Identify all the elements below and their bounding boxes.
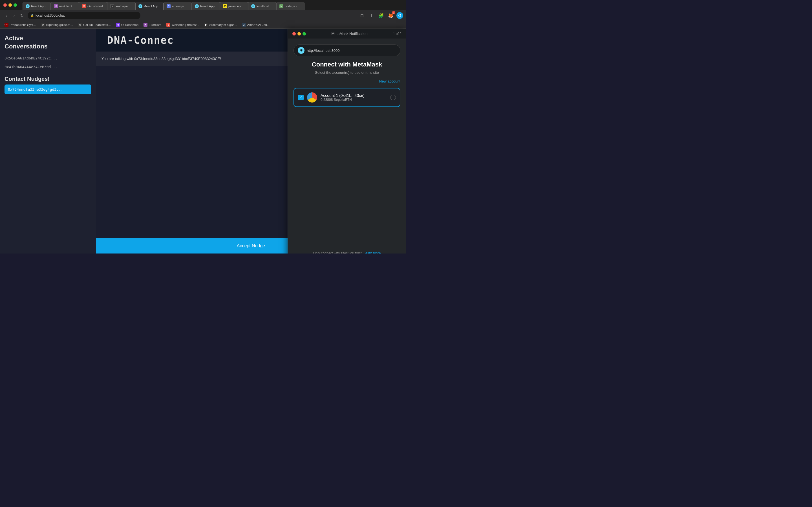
account-name: Account 1 (0x41b...43ce) bbox=[320, 93, 387, 98]
xmtp-icon: x bbox=[110, 4, 114, 8]
bookmark-label: GitHub - danistefa... bbox=[83, 23, 111, 26]
bookmark-exploring[interactable]: ⚙ exploring/guide.m... bbox=[39, 22, 75, 27]
js-icon: JS bbox=[223, 4, 227, 8]
nav-buttons: ‹ › ↻ bbox=[3, 12, 26, 19]
trust-notice-text: Only connect with sites you trust. bbox=[313, 251, 362, 253]
react-icon: ⚛ bbox=[26, 4, 30, 8]
ethers-icon: E bbox=[167, 4, 170, 8]
mm-maximize-button[interactable] bbox=[303, 32, 306, 36]
lock-icon: 🔒 bbox=[31, 14, 34, 17]
tab-ethers[interactable]: E ethers.js bbox=[163, 2, 192, 10]
tab-node[interactable]: N node.js - bbox=[276, 2, 305, 10]
tab-label: Get started bbox=[87, 4, 103, 8]
address-bar-row: ‹ › ↻ 🔒 localhost:3000/chat ⊡ ⬆ 🧩 🦊 7 G bbox=[0, 10, 406, 21]
close-button[interactable] bbox=[3, 3, 7, 7]
mm-close-button[interactable] bbox=[292, 32, 296, 36]
browser-chrome: ⚛ React App U useClient G Get started x … bbox=[0, 0, 406, 29]
avatar-graphic bbox=[307, 93, 317, 103]
tab-label: javascript bbox=[229, 4, 241, 8]
tab-label: ethers.js bbox=[172, 4, 184, 8]
tab-react-app-1[interactable]: ⚛ React App bbox=[22, 2, 51, 10]
tab-label: localhost bbox=[257, 4, 269, 8]
tab-label: node.js - bbox=[285, 4, 297, 8]
back-button[interactable]: ‹ bbox=[3, 12, 10, 19]
metamask-title-text: MetaMask Notification bbox=[332, 32, 368, 36]
account-info-button[interactable]: i bbox=[390, 95, 396, 100]
react-icon: ⚛ bbox=[195, 4, 199, 8]
metamask-subheading: Select the account(s) to use on this sit… bbox=[294, 70, 400, 75]
metamask-notification: MetaMask Notification 1 of 2 ⚛ http://lo… bbox=[288, 29, 406, 253]
share-icon[interactable]: ⬆ bbox=[368, 11, 375, 19]
mm-minimize-button[interactable] bbox=[297, 32, 301, 36]
bookmark-aman[interactable]: A Aman's AI Jou... bbox=[240, 22, 272, 27]
learn-more-link[interactable]: Learn more bbox=[363, 251, 380, 253]
tab-label: React App bbox=[31, 4, 45, 8]
nudge-item-1[interactable]: 0x734nndfu33ne33eg4gd3... bbox=[4, 84, 91, 94]
tab-label: xmtp-quic bbox=[116, 4, 129, 8]
spacer bbox=[294, 112, 400, 241]
tab-label: useClient bbox=[59, 4, 72, 8]
account-avatar bbox=[307, 93, 317, 103]
bookmark-probabilistic[interactable]: MIT Probabilistic Syst... bbox=[2, 22, 38, 27]
tab-react-app-2[interactable]: ⚛ React App bbox=[192, 2, 220, 10]
tab-localhost[interactable]: ⚛ localhost bbox=[248, 2, 276, 10]
extensions-icon[interactable]: 🧩 bbox=[377, 11, 385, 19]
github-icon2: ⚙ bbox=[78, 23, 82, 27]
aman-icon: A bbox=[242, 23, 246, 27]
talking-with-text: You are talking with 0x734nndfu33ne33eg4… bbox=[101, 57, 221, 61]
maximize-button[interactable] bbox=[13, 3, 17, 7]
account-checkbox[interactable]: ✓ bbox=[298, 95, 304, 100]
use-icon: U bbox=[54, 4, 58, 8]
bookmark-label: Aman's AI Jou... bbox=[247, 23, 269, 26]
metamask-title-bar: MetaMask Notification 1 of 2 bbox=[288, 29, 406, 39]
metamask-heading: Connect with MetaMask bbox=[294, 61, 400, 68]
metamask-content: ⚛ http://localhost:3000 Connect with Met… bbox=[288, 39, 406, 253]
address-text: localhost:3000/chat bbox=[36, 13, 64, 17]
contact-nudges-section: Contact Nudges! 0x734nndfu33ne33eg4gd3..… bbox=[4, 76, 91, 94]
bookmark-cp[interactable]: M cp Roadmap bbox=[114, 22, 141, 27]
account-balance: 0.28808 SepoliaETH bbox=[320, 98, 387, 102]
bookmark-summary[interactable]: ▶ Summary of algori... bbox=[202, 22, 239, 27]
account-card[interactable]: ✓ Account 1 (0x41b...43ce) 0.28808 Sepol… bbox=[294, 88, 400, 107]
metamask-site-url: http://localhost:3000 bbox=[307, 48, 340, 53]
tab-get-started[interactable]: G Get started bbox=[79, 2, 107, 10]
tab-row: ⚛ React App U useClient G Get started x … bbox=[0, 2, 305, 10]
profile-icon[interactable]: G bbox=[396, 12, 403, 19]
mit-icon: MIT bbox=[4, 23, 8, 27]
tab-useclient[interactable]: U useClient bbox=[51, 2, 79, 10]
cast-icon[interactable]: ⊡ bbox=[358, 11, 366, 19]
refresh-button[interactable]: ↻ bbox=[18, 12, 26, 19]
tab-label: React App bbox=[200, 4, 214, 8]
bookmark-exercism[interactable]: ✦ Exercism bbox=[141, 22, 163, 27]
bookmark-github[interactable]: ⚙ GitHub - danistefa... bbox=[76, 22, 113, 27]
conversation-item-2[interactable]: 0x41b0A64AA4e3ACeB30d... bbox=[4, 64, 91, 70]
conversation-item-1[interactable]: 0x50e6A61Ad6DB24C192C... bbox=[4, 55, 91, 61]
minimize-button[interactable] bbox=[8, 3, 12, 7]
forward-button[interactable]: › bbox=[11, 12, 17, 19]
get-icon: G bbox=[82, 4, 86, 8]
bookmark-label: Probabilistic Syst... bbox=[10, 23, 36, 26]
summary-icon: ▶ bbox=[204, 23, 208, 27]
tab-react-app-active[interactable]: ⚛ React App bbox=[135, 2, 163, 10]
bookmark-brainstorm[interactable]: B Welcome | Brainst... bbox=[164, 22, 201, 27]
new-account-link[interactable]: New account bbox=[294, 79, 400, 83]
brainstorm-icon: B bbox=[166, 23, 170, 27]
cp-icon: M bbox=[116, 23, 120, 27]
tab-xmtp[interactable]: x xmtp-quic bbox=[107, 2, 135, 10]
github-icon: ⚙ bbox=[41, 23, 45, 27]
tab-javascript[interactable]: JS javascript bbox=[220, 2, 248, 10]
bookmark-label: cp Roadmap bbox=[121, 23, 139, 26]
toolbar-right: ⊡ ⬆ 🧩 🦊 7 G bbox=[358, 11, 403, 19]
account-info: Account 1 (0x41b...43ce) 0.28808 Sepolia… bbox=[320, 93, 387, 102]
trust-notice: Only connect with sites you trust. Learn… bbox=[294, 245, 400, 253]
main-area: ActiveConversations 0x50e6A61Ad6DB24C192… bbox=[0, 29, 406, 253]
exercism-icon: ✦ bbox=[144, 23, 147, 27]
contact-nudges-title: Contact Nudges! bbox=[4, 76, 91, 82]
metamask-icon[interactable]: 🦊 7 bbox=[387, 11, 395, 19]
app-title: DNA-Connec bbox=[107, 34, 174, 46]
bookmark-bar: MIT Probabilistic Syst... ⚙ exploring/gu… bbox=[0, 21, 406, 29]
bookmark-label: exploring/guide.m... bbox=[46, 23, 73, 26]
bookmark-label: Welcome | Brainst... bbox=[171, 23, 199, 26]
mm-window-controls bbox=[292, 32, 306, 36]
address-bar[interactable]: 🔒 localhost:3000/chat bbox=[28, 12, 140, 19]
